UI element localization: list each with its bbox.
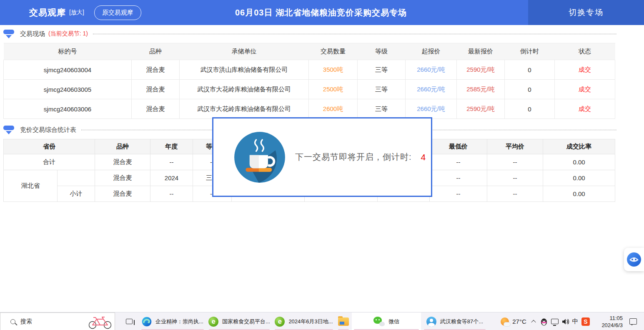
cell-status: 成交 xyxy=(555,99,615,119)
temperature-label: 27°C xyxy=(512,318,526,325)
table-row[interactable]: sjmcg240603004 混合麦 武汉市洪山库粮油储备有限公司 3500吨 … xyxy=(4,60,615,80)
table-row[interactable]: sjmcg240603005 混合麦 武汉市大花岭库粮油储备有限公司 2500吨… xyxy=(4,80,615,99)
col-start-price: 起报价 xyxy=(406,43,457,60)
cell-variety: 混合麦 xyxy=(132,60,180,80)
notification-center-button[interactable] xyxy=(626,312,640,330)
wechat-icon xyxy=(373,317,385,327)
cell-depot: 武汉市大花岭库粮油储备有限公司 xyxy=(180,99,309,119)
bicycle-image xyxy=(87,314,113,330)
app-title: 交易观摩 xyxy=(29,7,66,18)
sun-cloud-icon xyxy=(501,317,509,326)
clock-time: 11:05 xyxy=(609,315,623,322)
browser-window-title: 2024年6月3日地... xyxy=(288,318,333,325)
taskbar-item-grain-platform[interactable]: e 国家粮食交易平台... xyxy=(207,312,272,330)
folder-icon xyxy=(338,317,349,326)
top-header: 交易观摩 [放大] 原交易观摩 06月03日 湖北省地储粮油竞价采购交易专场 切… xyxy=(0,0,644,25)
clock-date: 2024/6/3 xyxy=(601,322,623,329)
task-view-icon xyxy=(126,319,133,324)
cell-deal-ratio: 0.00 xyxy=(543,170,615,186)
switch-session-button[interactable]: 切换专场 xyxy=(528,0,644,25)
col-avg-price: 平均价 xyxy=(487,139,543,154)
task-view-button[interactable] xyxy=(122,312,137,330)
speaker-icon xyxy=(562,318,569,325)
cell-province: 湖北省 xyxy=(4,170,58,202)
session-title: 06月03日 湖北省地储粮油竞价采购交易专场 xyxy=(158,0,484,25)
cell-status: 成交 xyxy=(555,80,615,99)
cell-depot: 武汉市大花岭库粮油储备有限公司 xyxy=(180,80,309,99)
taskbar-item-wechat[interactable]: 微信 xyxy=(352,312,421,330)
cell-status: 成交 xyxy=(555,60,615,80)
cell-bid-no: sjmcg240603006 xyxy=(4,99,132,119)
live-section-header: 交易现场 (当前交易节: 1) xyxy=(3,28,617,40)
tray-ime[interactable]: 中 xyxy=(570,312,580,330)
stats-section-title: 竞价交易综合统计表 xyxy=(20,126,76,134)
tray-sogou[interactable]: S xyxy=(580,312,591,330)
browser-icon: e xyxy=(208,317,218,327)
table-row[interactable]: sjmcg240603006 混合麦 武汉市大花岭库粮油储备有限公司 2600吨… xyxy=(4,99,615,119)
trade-table: 标的号 品种 承储单位 交易数量 等级 起报价 最新报价 倒计时 状态 sjmc… xyxy=(3,43,615,119)
wechat-label: 微信 xyxy=(388,318,399,325)
cell-latest-price: 2585元/吨 xyxy=(457,80,505,99)
browser-icon: e xyxy=(275,317,285,327)
sogou-icon: S xyxy=(581,317,590,326)
taskbar-item-session-doc[interactable]: e 2024年6月3日地... xyxy=(273,312,335,330)
original-view-button[interactable]: 原交易观摩 xyxy=(94,5,141,20)
search-label: 搜索 xyxy=(20,318,32,325)
col-variety: 品种 xyxy=(95,139,150,154)
service-float-button[interactable] xyxy=(624,248,644,271)
col-grade: 等级 xyxy=(358,43,406,60)
tray-qq[interactable] xyxy=(539,312,549,330)
cell-deal-ratio: 0.00 xyxy=(543,186,615,202)
col-latest-price: 最新报价 xyxy=(457,43,505,60)
col-variety: 品种 xyxy=(132,43,180,60)
cell-variety: 混合麦 xyxy=(132,80,180,99)
cell-year: -- xyxy=(150,154,193,170)
cell-subgroup: 小计 xyxy=(58,186,95,202)
col-bid-no: 标的号 xyxy=(4,43,132,60)
col-status: 状态 xyxy=(555,43,615,60)
cell-start-price: 2660元/吨 xyxy=(406,60,457,80)
cell-countdown: 0 xyxy=(505,60,555,80)
countdown-value: 4 xyxy=(421,152,426,162)
cell-variety: 混合麦 xyxy=(95,154,150,170)
cell-grade: 三等 xyxy=(358,99,406,119)
col-province: 省份 xyxy=(4,139,95,154)
contact-person-icon xyxy=(426,317,436,327)
search-input[interactable]: 搜索 xyxy=(0,312,115,330)
taskbar: 搜索 企业精神：崇尚执... e 国家粮食交易平台... e xyxy=(0,312,644,330)
taskbar-clock[interactable]: 11:05 2024/6/3 xyxy=(592,312,624,330)
col-year: 年度 xyxy=(150,139,193,154)
cell-min-price: -- xyxy=(430,154,487,170)
tray-volume[interactable] xyxy=(560,312,571,330)
cell-latest-price: 2590元/吨 xyxy=(457,60,505,80)
zoom-link[interactable]: [放大] xyxy=(69,9,84,16)
cell-quantity: 3500吨 xyxy=(309,60,358,80)
qq-penguin-icon xyxy=(540,317,548,326)
countdown-message: 下一交易节即将开启，倒计时: xyxy=(295,151,412,163)
notification-icon xyxy=(629,318,637,325)
tray-expand-button[interactable] xyxy=(529,312,539,330)
taskbar-item-edge[interactable]: 企业精神：崇尚执... xyxy=(139,312,206,330)
browser-window-title: 国家粮食交易平台... xyxy=(222,318,270,325)
coffee-cup-icon xyxy=(233,131,286,184)
cell-latest-price: 2590元/吨 xyxy=(457,99,505,119)
live-section-title: 交易现场 xyxy=(20,30,45,38)
cell-avg-price: -- xyxy=(487,186,543,202)
funnel-icon xyxy=(3,30,14,38)
header-left: 交易观摩 [放大] 原交易观摩 xyxy=(29,0,141,25)
cell-subgroup xyxy=(58,170,95,186)
col-min-price: 最低价 xyxy=(430,139,487,154)
tray-network[interactable] xyxy=(549,312,560,330)
cell-min-price: -- xyxy=(430,186,487,202)
current-session-note: (当前交易节: 1) xyxy=(48,30,88,38)
cell-deal-ratio: 0.00 xyxy=(543,154,615,170)
funnel-icon xyxy=(3,126,14,134)
col-deal-ratio: 成交比率 xyxy=(543,139,615,154)
cell-avg-price: -- xyxy=(487,170,543,186)
cell-min-price: -- xyxy=(430,170,487,186)
taskbar-item-explorer[interactable] xyxy=(336,312,351,330)
cell-province: 合计 xyxy=(4,154,95,170)
dotted-divider xyxy=(93,34,616,34)
cell-bid-no: sjmcg240603005 xyxy=(4,80,132,99)
taskbar-item-grain-group[interactable]: 武汉粮食等87个... xyxy=(422,312,488,330)
